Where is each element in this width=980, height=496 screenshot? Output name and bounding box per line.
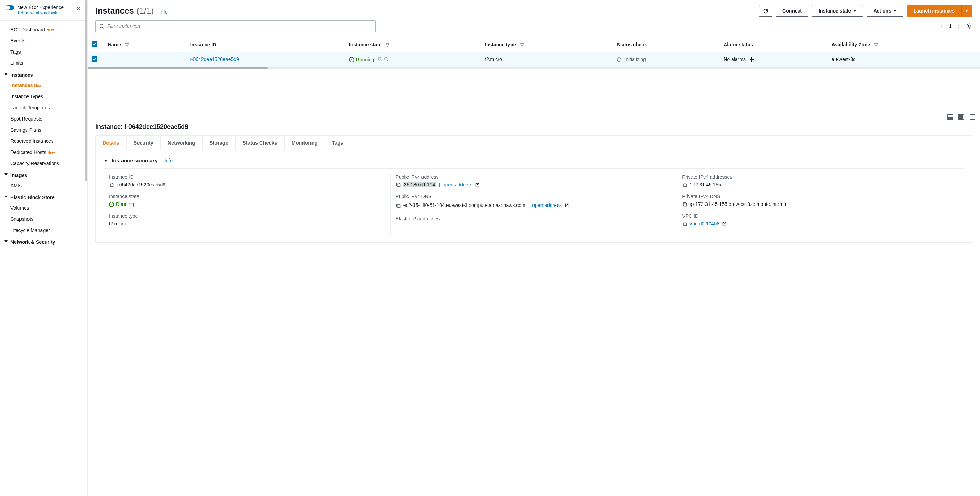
copy-icon[interactable] bbox=[109, 182, 114, 187]
value-public-ip: 35.180.61.104 bbox=[403, 182, 436, 187]
nav-ec2-dashboard[interactable]: EC2 DashboardNew bbox=[0, 24, 88, 35]
nav-amis[interactable]: AMIs bbox=[0, 180, 88, 191]
action-bar: Connect Instance state Actions Launch in… bbox=[759, 5, 972, 17]
nav-launch-templates[interactable]: Launch Templates bbox=[0, 102, 88, 113]
prev-page[interactable]: ‹ bbox=[941, 23, 943, 29]
nav-group-images[interactable]: Images bbox=[0, 169, 88, 180]
instance-state-button[interactable]: Instance state bbox=[812, 5, 863, 17]
pane-size-full-icon[interactable] bbox=[970, 114, 975, 120]
nav-group-instances[interactable]: Instances bbox=[0, 69, 88, 80]
plus-icon[interactable] bbox=[749, 57, 754, 62]
nav-capacity-reservations[interactable]: Capacity Reservations bbox=[0, 158, 88, 169]
filter-row: ‹ 1 › bbox=[88, 20, 980, 37]
table-row[interactable]: – i-0642dee1520eae5d9 Running t2.micro I… bbox=[88, 52, 980, 67]
nav-volumes[interactable]: Volumes bbox=[0, 203, 88, 214]
nav-reserved-instances[interactable]: Reserved Instances bbox=[0, 136, 88, 147]
col-name[interactable]: Name▽ bbox=[104, 37, 186, 52]
tab-networking[interactable]: Networking bbox=[161, 136, 202, 150]
copy-icon[interactable] bbox=[682, 182, 687, 187]
col-alarm-status[interactable]: Alarm status bbox=[719, 37, 827, 52]
zoom-in-icon[interactable] bbox=[384, 57, 389, 62]
nav-group-ebs[interactable]: Elastic Block Store bbox=[0, 191, 88, 203]
tab-tags[interactable]: Tags bbox=[325, 136, 351, 150]
experience-toggle[interactable] bbox=[6, 5, 14, 10]
detail-tabs: Details Security Networking Storage Stat… bbox=[95, 136, 972, 150]
running-icon bbox=[349, 57, 354, 62]
pager: ‹ 1 › bbox=[941, 23, 972, 29]
nav-spot-requests[interactable]: Spot Requests bbox=[0, 113, 88, 124]
label-private-ip: Private IPv4 addresses bbox=[682, 174, 959, 180]
pane-size-center-icon[interactable] bbox=[958, 114, 964, 120]
nav-instance-types[interactable]: Instance Types bbox=[0, 91, 88, 102]
label-vpc: VPC ID bbox=[682, 213, 959, 219]
label-instance-id: Instance ID bbox=[109, 174, 386, 180]
nav-tags[interactable]: Tags bbox=[0, 46, 88, 57]
nav-events[interactable]: Events bbox=[0, 35, 88, 46]
zoom-out-icon[interactable] bbox=[378, 57, 382, 62]
col-instance-type[interactable]: Instance type▽ bbox=[480, 37, 612, 52]
gear-icon[interactable] bbox=[966, 23, 972, 29]
close-icon[interactable]: ✕ bbox=[75, 4, 82, 13]
nav-savings-plans[interactable]: Savings Plans bbox=[0, 124, 88, 136]
nav-lifecycle-manager[interactable]: Lifecycle Manager bbox=[0, 225, 88, 236]
value-public-dns: ec2-35-180-61-104.eu-west-3.compute.amaz… bbox=[403, 201, 525, 210]
copy-icon[interactable] bbox=[396, 182, 401, 187]
tab-status-checks[interactable]: Status Checks bbox=[235, 136, 285, 150]
actions-button[interactable]: Actions bbox=[867, 5, 903, 17]
nav-limits[interactable]: Limits bbox=[0, 57, 88, 69]
connect-button[interactable]: Connect bbox=[776, 5, 808, 17]
sidebar-scrollbar[interactable] bbox=[85, 0, 88, 181]
label-instance-state: Instance state bbox=[109, 194, 386, 199]
select-all-checkbox[interactable] bbox=[92, 41, 97, 47]
nav-instances[interactable]: InstancesNew bbox=[0, 80, 88, 91]
pane-size-half-icon[interactable] bbox=[947, 114, 953, 120]
row-checkbox[interactable] bbox=[92, 56, 97, 62]
open-address-link[interactable]: open address bbox=[532, 201, 562, 210]
promo-feedback-link[interactable]: Tell us what you think bbox=[18, 10, 64, 16]
open-address-link[interactable]: open address bbox=[443, 182, 472, 187]
refresh-icon bbox=[763, 8, 768, 14]
value-instance-id: i-0642dee1520eae5d9 bbox=[116, 182, 165, 187]
nav-dedicated-hosts[interactable]: Dedicated HostsNew bbox=[0, 147, 88, 158]
detail-title: Instance: i-0642dee1520eae5d9 bbox=[95, 123, 972, 131]
horizontal-scrollbar[interactable] bbox=[88, 67, 980, 69]
filter-input[interactable] bbox=[107, 23, 372, 29]
filter-box[interactable] bbox=[95, 20, 375, 32]
next-page[interactable]: › bbox=[958, 23, 960, 29]
launch-instances-dropdown[interactable] bbox=[961, 5, 972, 17]
nav-group-network-security[interactable]: Network & Security bbox=[0, 236, 88, 247]
nav-snapshots[interactable]: Snapshots bbox=[0, 214, 88, 225]
value-vpc[interactable]: vpc-d0f104b8 bbox=[690, 221, 719, 226]
launch-instances-button[interactable]: Launch instances bbox=[907, 5, 961, 17]
section-header[interactable]: Instance summary Info bbox=[104, 158, 964, 163]
info-link[interactable]: Info bbox=[165, 158, 173, 163]
promo-title: New EC2 Experience bbox=[18, 4, 64, 10]
tab-security[interactable]: Security bbox=[127, 136, 161, 150]
col-availability-zone[interactable]: Availability Zone▽ bbox=[827, 37, 980, 52]
value-private-dns: ip-172-31-45-155.eu-west-3.compute.inter… bbox=[690, 201, 787, 207]
promo-banner: New EC2 Experience Tell us what you thin… bbox=[0, 3, 88, 21]
value-instance-state: Running bbox=[116, 201, 134, 207]
label-private-dns: Private IPv4 DNS bbox=[682, 194, 959, 199]
cell-instance-id[interactable]: i-0642dee1520eae5d9 bbox=[190, 56, 239, 62]
svg-line-1 bbox=[103, 27, 104, 29]
detail-panel: Instance summary Info Instance ID i-0642… bbox=[95, 150, 972, 243]
cell-type: t2.micro bbox=[480, 52, 612, 67]
refresh-button[interactable] bbox=[759, 5, 772, 17]
col-instance-state[interactable]: Instance state▽ bbox=[345, 37, 480, 52]
copy-icon[interactable] bbox=[396, 203, 401, 208]
svg-rect-13 bbox=[397, 184, 400, 187]
sidebar: New EC2 Experience Tell us what you thin… bbox=[0, 0, 88, 496]
page-number: 1 bbox=[949, 23, 952, 29]
tab-details[interactable]: Details bbox=[96, 136, 127, 150]
info-link[interactable]: Info bbox=[159, 9, 167, 14]
tab-storage[interactable]: Storage bbox=[202, 136, 235, 150]
col-status-check[interactable]: Status check bbox=[612, 37, 719, 52]
instances-table: Name▽ Instance ID Instance state▽ Instan… bbox=[88, 37, 980, 69]
copy-icon[interactable] bbox=[682, 202, 687, 207]
col-instance-id[interactable]: Instance ID bbox=[186, 37, 345, 52]
copy-icon[interactable] bbox=[682, 221, 687, 226]
pane-splitter[interactable] bbox=[88, 111, 980, 112]
chevron-down-icon bbox=[893, 10, 897, 12]
tab-monitoring[interactable]: Monitoring bbox=[285, 136, 325, 150]
